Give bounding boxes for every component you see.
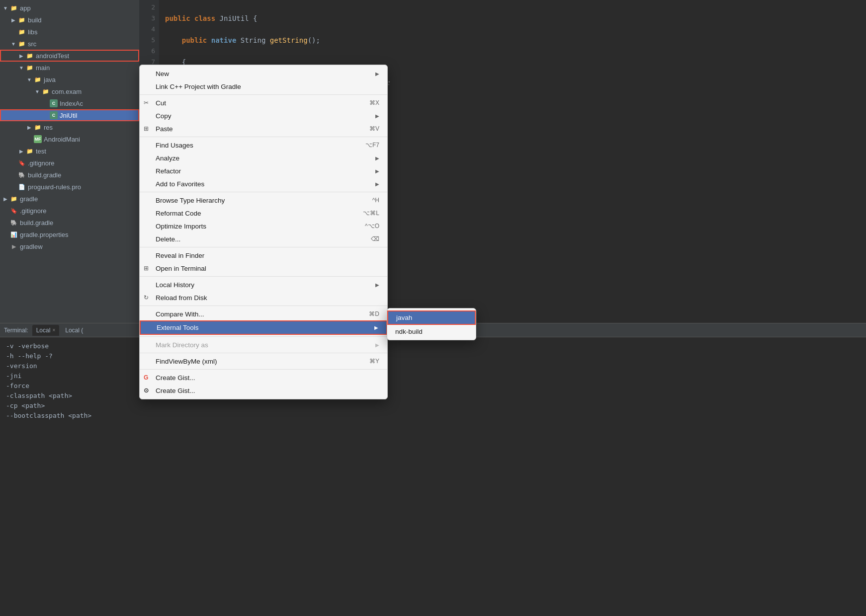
tree-item-androidmani[interactable]: MF AndroidMani	[0, 133, 139, 145]
menu-sep-8	[140, 353, 387, 353]
tree-arrow-gitignore1	[10, 159, 17, 166]
tree-item-java[interactable]: 📁 java	[0, 74, 139, 85]
tree-arrow-gradlew	[2, 243, 9, 250]
menu-label-external-tools: External Tools	[157, 324, 199, 331]
submenu-item-javah[interactable]: javah	[387, 310, 476, 325]
menu-label-mark-directory: Mark Directory as	[156, 341, 208, 349]
menu-item-add-favorites[interactable]: Add to Favorites ▶	[140, 177, 387, 190]
menu-item-reload-disk[interactable]: ↻ Reload from Disk	[140, 291, 387, 304]
menu-label-optimize-imports: Optimize Imports	[156, 223, 206, 230]
shortcut-paste: ⌘V	[354, 125, 379, 132]
menu-sep-2	[140, 137, 387, 137]
tree-item-gradle[interactable]: 📁 gradle	[0, 193, 139, 205]
tree-item-proguard[interactable]: 📄 proguard-rules.pro	[0, 181, 139, 193]
code-line-4	[165, 24, 866, 35]
menu-sep-6	[140, 306, 387, 306]
tree-item-test[interactable]: 📁 test	[0, 145, 139, 157]
gradle-icon-1: 🐘	[18, 171, 26, 179]
tree-label-main: main	[36, 64, 50, 72]
menu-label-copy: Copy	[156, 112, 172, 120]
folder-icon-app: 📁	[10, 4, 18, 12]
menu-sep-3	[140, 192, 387, 192]
menu-item-findviewbyme[interactable]: FindViewByMe (xml) ⌘Y	[140, 355, 387, 368]
tree-item-build[interactable]: 📁 build	[0, 14, 139, 26]
terminal-line-4: -jni	[6, 371, 860, 381]
gitignore-icon-2: 🔖	[10, 207, 18, 215]
menu-item-mark-directory[interactable]: Mark Directory as ▶	[140, 338, 387, 351]
menu-label-open-terminal: Open in Terminal	[156, 265, 206, 272]
menu-item-open-terminal[interactable]: ⊞ Open in Terminal	[140, 262, 387, 275]
terminal-icon: ⊞	[144, 265, 149, 272]
shortcut-delete: ⌫	[356, 235, 379, 242]
terminal-line-7: -cp <path>	[6, 401, 860, 411]
tree-item-gitignore1[interactable]: 🔖 .gitignore	[0, 157, 139, 169]
menu-item-delete[interactable]: Delete... ⌫	[140, 232, 387, 245]
menu-item-analyze[interactable]: Analyze ▶	[140, 152, 387, 164]
external-tools-submenu: javah ndk-build	[387, 308, 476, 340]
shortcut-compare-with: ⌘D	[354, 310, 379, 317]
menu-label-paste: Paste	[156, 125, 173, 133]
shortcut-reformat: ⌥⌘L	[348, 210, 379, 217]
terminal-tab-close-1[interactable]: ×	[52, 327, 55, 333]
tree-item-gitignore2[interactable]: 🔖 .gitignore	[0, 205, 139, 217]
menu-item-cut[interactable]: ✂ Cut ⌘X	[140, 96, 387, 109]
menu-item-external-tools[interactable]: External Tools ▶	[140, 320, 387, 335]
terminal-line-6: -classpath <path>	[6, 391, 860, 401]
tree-arrow-gitignore2	[2, 207, 9, 214]
menu-item-reformat[interactable]: Reformat Code ⌥⌘L	[140, 207, 387, 220]
code-line-3: public class JniUtil {	[165, 13, 866, 24]
shortcut-cut: ⌘X	[354, 99, 379, 106]
menu-item-new[interactable]: New ▶	[140, 67, 387, 80]
tree-item-res[interactable]: 📁 res	[0, 121, 139, 133]
tree-item-gradlew[interactable]: ▶ gradlew	[0, 240, 139, 252]
tree-item-indexac[interactable]: C IndexAc	[0, 97, 139, 109]
terminal-tab-local2[interactable]: Local (	[61, 325, 87, 336]
menu-item-reveal-finder[interactable]: Reveal in Finder	[140, 249, 387, 262]
code-line-6	[165, 46, 866, 57]
menu-item-find-usages[interactable]: Find Usages ⌥F7	[140, 139, 387, 152]
tree-label-libs: libs	[28, 28, 38, 36]
tree-item-androidtest[interactable]: 📁 androidTest	[0, 50, 139, 62]
folder-icon-res: 📁	[34, 123, 42, 131]
tree-label-androidmani: AndroidMani	[44, 136, 80, 143]
tree-label-app: app	[20, 4, 31, 12]
menu-item-copy[interactable]: Copy ▶	[140, 109, 387, 122]
tree-item-src[interactable]: 📁 src	[0, 38, 139, 50]
tree-arrow-libs	[10, 28, 17, 35]
menu-arrow-copy: ▶	[375, 113, 379, 119]
menu-sep-4	[140, 247, 387, 247]
tree-arrow-test	[18, 148, 25, 154]
menu-item-create-gist2[interactable]: ⊙ Create Gist...	[140, 384, 387, 397]
menu-sep-7	[140, 336, 387, 337]
menu-arrow-add-favorites: ▶	[375, 181, 379, 187]
tree-item-app[interactable]: 📁 app	[0, 2, 139, 14]
menu-item-paste[interactable]: ⊞ Paste ⌘V	[140, 122, 387, 135]
gitignore-icon-1: 🔖	[18, 159, 26, 167]
menu-label-refactor: Refactor	[156, 167, 181, 175]
menu-item-local-history[interactable]: Local History ▶	[140, 278, 387, 291]
submenu-item-ndk-build[interactable]: ndk-build	[387, 325, 476, 338]
menu-arrow-refactor: ▶	[375, 168, 379, 174]
tree-item-com-exam[interactable]: 📁 com.exam	[0, 85, 139, 97]
menu-item-browse-hierarchy[interactable]: Browse Type Hierarchy ^H	[140, 194, 387, 207]
tree-item-jniutil[interactable]: C JniUtil	[0, 109, 139, 121]
tree-item-buildgradle1[interactable]: 🐘 build.gradle	[0, 169, 139, 181]
tree-item-gradleprops[interactable]: 📊 gradle.properties	[0, 229, 139, 240]
menu-item-refactor[interactable]: Refactor ▶	[140, 164, 387, 177]
tree-item-libs[interactable]: 📁 libs	[0, 26, 139, 38]
terminal-line-2: -h --help -?	[6, 351, 860, 361]
menu-item-optimize-imports[interactable]: Optimize Imports ^⌥O	[140, 220, 387, 232]
menu-label-delete: Delete...	[156, 235, 180, 243]
tree-arrow-main	[18, 64, 25, 71]
tree-item-buildgradle2[interactable]: 🐘 build.gradle	[0, 217, 139, 229]
tree-item-main[interactable]: 📁 main	[0, 62, 139, 74]
menu-item-compare-with[interactable]: Compare With... ⌘D	[140, 308, 387, 320]
tree-arrow-build	[10, 16, 17, 23]
menu-sep-9	[140, 369, 387, 370]
terminal-tab-local1[interactable]: Local ×	[32, 325, 60, 336]
menu-item-create-gist1[interactable]: G Create Gist...	[140, 371, 387, 384]
reload-icon: ↻	[144, 294, 149, 301]
terminal-line-1: -v -verbose	[6, 341, 860, 351]
menu-label-add-favorites: Add to Favorites	[156, 180, 204, 188]
menu-item-link-cpp[interactable]: Link C++ Project with Gradle	[140, 80, 387, 93]
